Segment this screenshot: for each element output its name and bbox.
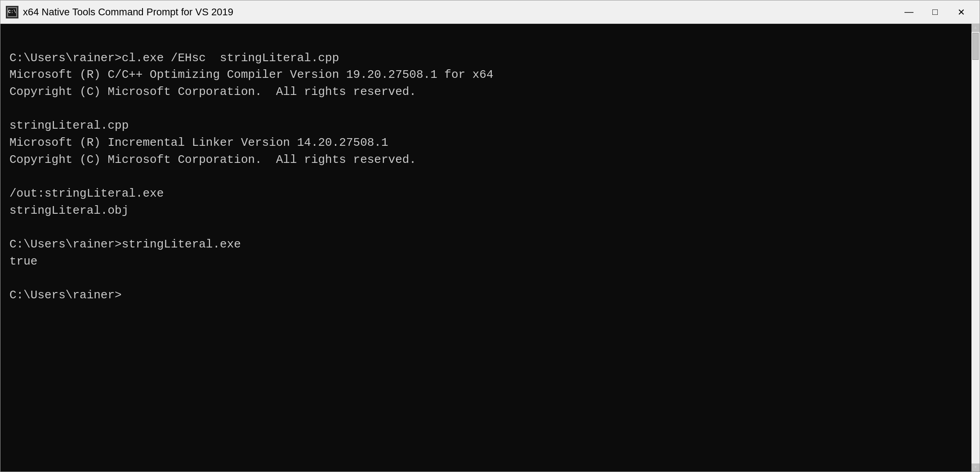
window-title: x64 Native Tools Command Prompt for VS 2… — [23, 6, 896, 18]
terminal-blank-line — [9, 169, 962, 186]
terminal-blank-line — [9, 33, 962, 50]
scroll-up-arrow[interactable]: ▲ — [971, 24, 980, 32]
terminal-line: Copyright (C) Microsoft Corporation. All… — [9, 84, 962, 101]
terminal-line: C:\Users\rainer> — [9, 287, 962, 304]
terminal-blank-line — [9, 101, 962, 118]
terminal-line: stringLiteral.cpp — [9, 117, 962, 135]
terminal-line: C:\Users\rainer>stringLiteral.exe — [9, 236, 962, 253]
scroll-down-arrow[interactable]: ▼ — [971, 463, 980, 472]
title-bar: C:\ x64 Native Tools Command Prompt for … — [0, 0, 980, 24]
scroll-thumb[interactable] — [972, 33, 979, 60]
terminal-blank-line — [9, 220, 962, 237]
close-button[interactable]: ✕ — [948, 0, 974, 24]
icon-text: C:\ — [8, 9, 16, 14]
terminal-line: stringLiteral.obj — [9, 202, 962, 220]
window-controls: — □ ✕ — [896, 0, 974, 24]
terminal-line: Microsoft (R) Incremental Linker Version… — [9, 135, 962, 152]
terminal-line: Microsoft (R) C/C++ Optimizing Compiler … — [9, 67, 962, 84]
terminal-line: Copyright (C) Microsoft Corporation. All… — [9, 152, 962, 169]
app-icon: C:\ — [6, 6, 18, 18]
terminal-body[interactable]: C:\Users\rainer>cl.exe /EHsc stringLiter… — [0, 24, 980, 472]
terminal-line: C:\Users\rainer>cl.exe /EHsc stringLiter… — [9, 50, 962, 67]
cmd-window: C:\ x64 Native Tools Command Prompt for … — [0, 0, 980, 472]
terminal-blank-line — [9, 270, 962, 288]
terminal-content: C:\Users\rainer>cl.exe /EHsc stringLiter… — [9, 33, 971, 304]
terminal-line: /out:stringLiteral.exe — [9, 185, 962, 202]
minimize-button[interactable]: — — [896, 0, 922, 24]
scrollbar[interactable]: ▲ ▼ — [971, 24, 980, 472]
maximize-button[interactable]: □ — [922, 0, 948, 24]
terminal-line: true — [9, 253, 962, 270]
